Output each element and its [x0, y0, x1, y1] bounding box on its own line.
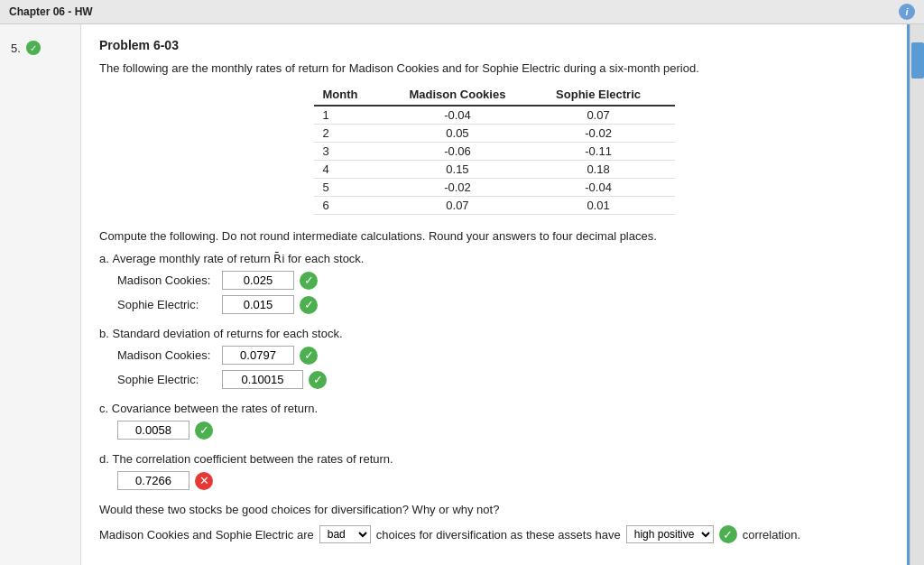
table-cell: -0.06: [393, 143, 540, 161]
table-cell: 2: [314, 125, 393, 143]
table-row: 20.05-0.02: [314, 125, 675, 143]
problem-description: The following are the monthly rates of r…: [99, 61, 889, 75]
part-b-sophie-label: Sophie Electric:: [117, 373, 217, 386]
part-a-sophie-label: Sophie Electric:: [117, 298, 217, 311]
diversification-check-icon: ✓: [719, 525, 737, 543]
part-c-label: c. Covariance between the rates of retur…: [99, 402, 889, 415]
instructions: Compute the following. Do not round inte…: [99, 229, 889, 243]
table-cell: 4: [314, 161, 393, 179]
table-cell: 0.07: [541, 106, 675, 125]
table-row: 60.070.01: [314, 197, 675, 215]
part-a-sophie-input[interactable]: [222, 295, 294, 314]
part-b-sophie-check-icon: ✓: [309, 371, 327, 389]
sidebar-item-5[interactable]: 5.: [0, 33, 80, 62]
diversification-dropdown2[interactable]: high positive low positive negative zero: [626, 525, 714, 543]
part-c-check-icon: ✓: [195, 421, 213, 440]
problem-title: Problem 6-03: [99, 38, 889, 52]
table-cell: 0.15: [393, 161, 540, 179]
part-b-madison-check-icon: ✓: [300, 347, 318, 365]
diversification-question: Would these two stocks be good choices f…: [99, 503, 889, 516]
part-a-sophie-check-icon: ✓: [300, 296, 318, 314]
part-b-madison-row: Madison Cookies: ✓: [117, 346, 889, 365]
part-b-madison-input[interactable]: [222, 346, 294, 365]
part-b-label: b. Standard deviation of returns for eac…: [99, 327, 889, 340]
sentence-end: correlation.: [743, 528, 800, 542]
table-cell: 3: [314, 143, 393, 161]
part-a-label: a. Average monthly rate of return R̄i fo…: [99, 252, 889, 265]
part-a: a. Average monthly rate of return R̄i fo…: [99, 252, 889, 314]
diversification-answer-row: Madison Cookies and Sophie Electric are …: [99, 525, 889, 543]
table-row: 40.150.18: [314, 161, 675, 179]
part-d: d. The correlation coefficient between t…: [99, 452, 889, 490]
sidebar-item-label: 5.: [11, 42, 21, 55]
table-cell: 5: [314, 179, 393, 197]
diversification-section: Would these two stocks be good choices f…: [99, 503, 889, 543]
col-header-sophie: Sophie Electric: [541, 86, 675, 106]
part-a-madison-input[interactable]: [222, 271, 294, 290]
table-cell: -0.11: [541, 143, 675, 161]
table-cell: -0.02: [541, 125, 675, 143]
part-c-input-row: ✓: [117, 421, 889, 440]
col-header-madison: Madison Cookies: [393, 86, 540, 106]
part-a-madison-label: Madison Cookies:: [117, 273, 217, 287]
table-cell: -0.02: [393, 179, 540, 197]
part-d-input-row: ✕: [117, 471, 889, 490]
diversification-dropdown1[interactable]: bad good: [319, 525, 371, 543]
part-a-sophie-row: Sophie Electric: ✓: [117, 295, 889, 314]
col-header-month: Month: [314, 86, 393, 106]
table-row: 1-0.040.07: [314, 106, 675, 125]
sidebar: 5.: [0, 24, 81, 565]
part-b: b. Standard deviation of returns for eac…: [99, 327, 889, 389]
scrollbar[interactable]: [910, 24, 924, 565]
table-cell: 0.01: [541, 197, 675, 215]
part-d-label: d. The correlation coefficient between t…: [99, 452, 889, 466]
window-title: Chapter 06 - HW: [9, 5, 93, 18]
info-icon[interactable]: i: [899, 4, 915, 20]
table-cell: 6: [314, 197, 393, 215]
table-cell: 0.18: [541, 161, 675, 179]
sentence-start: Madison Cookies and Sophie Electric are: [99, 528, 314, 542]
main-content: Problem 6-03 The following are the month…: [81, 24, 910, 565]
table-cell: -0.04: [393, 106, 540, 125]
table-cell: 0.05: [393, 125, 540, 143]
part-b-sophie-input[interactable]: [222, 370, 303, 389]
part-a-madison-check-icon: ✓: [300, 272, 318, 290]
title-bar: Chapter 06 - HW i: [0, 0, 924, 24]
scroll-thumb[interactable]: [911, 42, 924, 79]
table-cell: -0.04: [541, 179, 675, 197]
part-c-input[interactable]: [117, 421, 189, 440]
part-b-madison-label: Madison Cookies:: [117, 348, 217, 362]
part-b-sophie-row: Sophie Electric: ✓: [117, 370, 889, 389]
middle-text: choices for diversification as these ass…: [376, 528, 621, 542]
table-row: 3-0.06-0.11: [314, 143, 675, 161]
sidebar-check-icon: [26, 41, 41, 55]
data-table: Month Madison Cookies Sophie Electric 1-…: [314, 86, 675, 215]
part-c: c. Covariance between the rates of retur…: [99, 402, 889, 440]
part-a-madison-row: Madison Cookies: ✓: [117, 271, 889, 290]
table-row: 5-0.02-0.04: [314, 179, 675, 197]
part-d-input[interactable]: [117, 471, 189, 490]
table-cell: 1: [314, 106, 393, 125]
part-d-error-icon: ✕: [195, 472, 213, 490]
table-cell: 0.07: [393, 197, 540, 215]
